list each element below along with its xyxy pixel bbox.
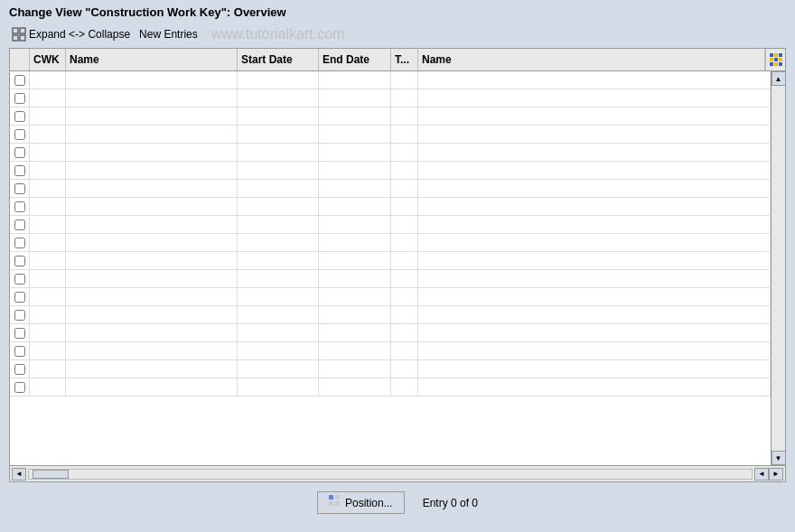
row-checkbox[interactable] xyxy=(14,364,25,375)
h-scroll-thumb[interactable] xyxy=(33,470,69,479)
row-name2-cell xyxy=(418,342,771,359)
row-startdate-cell xyxy=(238,126,319,143)
table-row[interactable] xyxy=(10,306,771,324)
row-cwk-cell xyxy=(30,198,66,215)
table-row[interactable] xyxy=(10,216,771,234)
row-checkbox-cell xyxy=(10,162,30,179)
table-row[interactable] xyxy=(10,324,771,342)
svg-rect-6 xyxy=(779,53,782,57)
svg-rect-5 xyxy=(774,53,778,57)
scroll-down-button[interactable]: ▼ xyxy=(772,451,786,465)
header-cwk: CWK xyxy=(30,49,66,70)
row-checkbox[interactable] xyxy=(14,274,25,285)
position-button[interactable]: Position... xyxy=(317,491,405,514)
h-scroll-track xyxy=(28,469,753,480)
row-t-cell xyxy=(391,252,418,269)
table-row[interactable] xyxy=(10,89,771,107)
svg-rect-9 xyxy=(779,58,782,61)
table-row[interactable] xyxy=(10,342,771,360)
row-t-cell xyxy=(391,216,418,233)
table-row[interactable] xyxy=(10,107,771,126)
header-checkbox-col xyxy=(10,49,30,70)
row-checkbox[interactable] xyxy=(14,183,25,194)
row-t-cell xyxy=(391,324,418,341)
svg-rect-12 xyxy=(779,62,782,66)
row-checkbox[interactable] xyxy=(14,165,25,176)
scroll-left-button[interactable]: ◄ xyxy=(12,468,26,481)
row-enddate-cell xyxy=(319,234,391,251)
row-checkbox-cell xyxy=(10,198,30,215)
row-name2-cell xyxy=(418,180,771,197)
table-row[interactable] xyxy=(10,360,771,378)
expand-collapse-button[interactable]: Expand <-> Collapse xyxy=(9,26,133,42)
row-startdate-cell xyxy=(238,89,319,107)
row-enddate-cell xyxy=(319,342,391,359)
row-checkbox[interactable] xyxy=(14,129,25,140)
table-row[interactable] xyxy=(10,180,771,198)
row-checkbox[interactable] xyxy=(14,256,25,266)
table-row[interactable] xyxy=(10,144,771,162)
row-checkbox[interactable] xyxy=(14,310,25,321)
row-checkbox[interactable] xyxy=(14,328,25,339)
column-settings-button[interactable] xyxy=(765,49,785,70)
new-entries-button[interactable]: New Entries xyxy=(136,27,201,42)
row-name1-cell xyxy=(66,378,238,396)
row-checkbox[interactable] xyxy=(14,201,25,212)
table-body xyxy=(10,71,771,465)
row-checkbox-cell xyxy=(10,252,30,269)
row-cwk-cell xyxy=(30,234,66,251)
table-row[interactable] xyxy=(10,71,771,89)
table-row[interactable] xyxy=(10,288,771,306)
table-row[interactable] xyxy=(10,270,771,288)
row-enddate-cell xyxy=(319,288,391,305)
table-row[interactable] xyxy=(10,378,771,397)
row-enddate-cell xyxy=(319,126,391,143)
row-startdate-cell xyxy=(238,198,319,215)
row-name1-cell xyxy=(66,288,238,305)
scroll-right-button-2[interactable]: ► xyxy=(769,468,783,481)
row-checkbox-cell xyxy=(10,270,30,287)
row-checkbox[interactable] xyxy=(14,75,25,86)
row-startdate-cell xyxy=(238,71,319,89)
window-title: Change View "Construction Work Key": Ove… xyxy=(9,5,286,19)
row-cwk-cell xyxy=(30,270,66,287)
scroll-right-button-1[interactable]: ◄ xyxy=(754,468,769,481)
row-name2-cell xyxy=(418,270,771,287)
row-checkbox[interactable] xyxy=(14,292,25,303)
table-body-wrapper: ▲ ▼ xyxy=(10,71,785,465)
svg-rect-3 xyxy=(20,35,25,41)
row-checkbox[interactable] xyxy=(14,346,25,357)
table-row[interactable] xyxy=(10,234,771,252)
table-container: CWK Name Start Date End Date T... Name xyxy=(9,48,786,482)
row-cwk-cell xyxy=(30,126,66,143)
row-cwk-cell xyxy=(30,107,66,125)
row-enddate-cell xyxy=(319,144,391,161)
row-name1-cell xyxy=(66,324,238,341)
table-row[interactable] xyxy=(10,252,771,270)
footer: Position... Entry 0 of 0 xyxy=(9,482,786,523)
row-startdate-cell xyxy=(238,216,319,233)
row-enddate-cell xyxy=(319,324,391,341)
table-row[interactable] xyxy=(10,162,771,180)
scroll-up-button[interactable]: ▲ xyxy=(772,71,786,86)
row-checkbox-cell xyxy=(10,180,30,197)
row-checkbox[interactable] xyxy=(14,111,25,122)
row-checkbox[interactable] xyxy=(14,238,25,248)
row-name2-cell xyxy=(418,288,771,305)
row-name1-cell xyxy=(66,198,238,215)
row-checkbox[interactable] xyxy=(14,382,25,393)
row-startdate-cell xyxy=(238,270,319,287)
row-checkbox[interactable] xyxy=(14,219,25,230)
row-startdate-cell xyxy=(238,324,319,341)
row-t-cell xyxy=(391,198,418,215)
row-name2-cell xyxy=(418,252,771,269)
settings-icon xyxy=(770,53,782,66)
row-cwk-cell xyxy=(30,162,66,179)
table-row[interactable] xyxy=(10,198,771,216)
svg-rect-8 xyxy=(774,58,778,61)
row-checkbox[interactable] xyxy=(14,93,25,104)
svg-rect-10 xyxy=(770,62,773,66)
table-row[interactable] xyxy=(10,126,771,144)
row-checkbox[interactable] xyxy=(14,147,25,158)
row-t-cell xyxy=(391,126,418,143)
